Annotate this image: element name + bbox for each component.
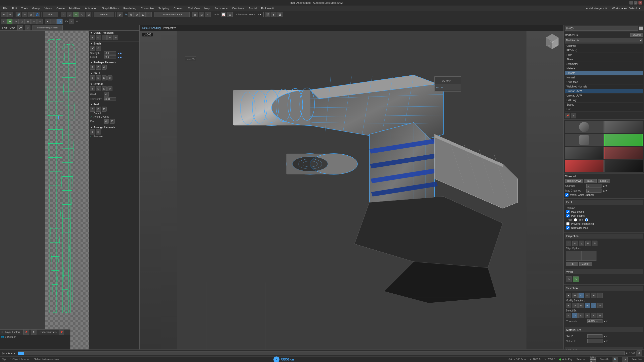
mod-chamfer[interactable]: Chamfer (565, 44, 643, 48)
mod-sweep[interactable]: Sweep (565, 103, 643, 107)
selection-sets-pin[interactable]: 📌 (59, 329, 64, 335)
normalize-check[interactable] (566, 226, 570, 230)
undo-btn[interactable]: ↶ (1, 12, 7, 17)
thumb-4-active[interactable] (604, 134, 643, 146)
mod-push[interactable]: Push (565, 53, 643, 57)
thumb-1[interactable] (565, 121, 604, 133)
select-btn[interactable]: ↖ (61, 12, 66, 17)
fit-btn[interactable]: Fit (566, 262, 578, 266)
menu-pulldowm[interactable]: Pulldownit (259, 6, 276, 10)
sel-poly[interactable]: □ (578, 293, 584, 298)
save-btn[interactable]: Save... (584, 179, 597, 183)
named-selection[interactable]: Create Selection Set (154, 12, 190, 17)
snap-toggle[interactable]: ⊙ (134, 12, 140, 17)
poly-mode[interactable]: □ (57, 19, 63, 24)
proj-btn4[interactable]: ⊞ (585, 241, 591, 246)
bend-btn[interactable]: Channel (630, 33, 643, 37)
expand-btn[interactable]: ⊡ (622, 357, 628, 362)
mod-settings[interactable]: ⚙ (571, 113, 576, 118)
set-id-input[interactable] (587, 334, 602, 338)
reshape-btn3[interactable]: ⊙ (102, 65, 107, 70)
reshape-btn1[interactable]: ⊞ (90, 65, 95, 70)
explode-header[interactable]: ▼ Explode (90, 83, 139, 85)
unlink-btn[interactable]: ✂ (22, 12, 27, 17)
wrap-btn2[interactable]: ⊙ (573, 276, 579, 282)
search-btn[interactable]: 🔍 (613, 357, 618, 362)
uv-display-btn[interactable]: UV (17, 25, 23, 31)
mod-sel-btn6[interactable]: ⊙ (597, 303, 603, 308)
sel-edge[interactable]: — (572, 293, 578, 298)
mod-symmetry[interactable]: Symmetry (565, 62, 643, 66)
wrap-header[interactable]: Wrap (565, 269, 643, 274)
close-btn[interactable]: ✕ (638, 1, 642, 5)
prevent-refl-check[interactable] (566, 222, 570, 225)
viewport-area[interactable]: [Default Shading] Perspective (140, 25, 564, 356)
bind-btn[interactable]: ⊙ (28, 12, 34, 17)
qt-btn4[interactable]: ↔ (107, 35, 112, 40)
relax-tool-btn[interactable]: ⊙ (96, 46, 101, 51)
uv-checker-pattern[interactable]: CheckerPatt: (Checker) (32, 25, 63, 31)
explode-btn1[interactable]: ⊞ (90, 86, 95, 91)
render-setup[interactable]: 🎬 (265, 12, 270, 17)
mod-pin[interactable]: 📌 (565, 113, 570, 118)
brush-falloff-input[interactable] (104, 55, 116, 59)
pin-btn2[interactable]: ⊡ (110, 119, 115, 124)
mod-material[interactable]: Material (565, 66, 643, 71)
menu-scripting[interactable]: Scripting (156, 6, 171, 10)
peel-uv-header[interactable]: ▼ Peel (90, 103, 139, 106)
stitch-header[interactable]: ▼ Stitch (90, 72, 139, 75)
sel-element[interactable]: ⊞ (591, 293, 596, 298)
mod-sel-btn5[interactable]: □ (591, 303, 596, 308)
peel-seams-check[interactable] (566, 214, 570, 217)
menu-help[interactable]: Help (202, 6, 212, 10)
select-by-btn2[interactable]: □ (572, 313, 578, 318)
user-account[interactable]: emiel sleegers ▼ (584, 6, 610, 10)
sel-extra[interactable]: + (597, 293, 603, 298)
select-by-btn6[interactable]: ⊟ (597, 313, 603, 318)
modifier-dropdown[interactable]: Modifier List (565, 38, 643, 42)
qt-btn5[interactable]: ⊟ (113, 35, 118, 40)
key-filter-btn[interactable]: Key Filters ▼ (590, 357, 596, 362)
mod-sel-btn4[interactable]: ⊠ (585, 303, 590, 308)
angle-snap[interactable]: ∠ (140, 12, 146, 17)
redo-btn[interactable]: ↷ (7, 12, 13, 17)
menu-group[interactable]: Group (30, 6, 42, 10)
peel-btn2[interactable]: ⊡ (96, 107, 101, 112)
arrange-btn1[interactable]: ⊞ (90, 129, 95, 134)
spacewarp-btn[interactable]: 🌀 (34, 12, 40, 17)
map-channel-input[interactable] (586, 189, 601, 193)
explode-btn3[interactable]: ⊟ (102, 86, 107, 91)
select-filter[interactable]: All ▼ (43, 12, 58, 17)
arrange-header[interactable]: ▼ Arrange Elements (90, 126, 139, 129)
thumb-5[interactable] (565, 147, 604, 159)
viewport-shading[interactable]: [Default Shading] (142, 27, 161, 29)
proj-btn3[interactable]: △ (579, 241, 584, 246)
menu-tools[interactable]: Tools (19, 6, 30, 10)
select-region-btn[interactable]: □ (67, 12, 72, 17)
menu-views[interactable]: Views (43, 6, 54, 10)
link-btn[interactable]: 🔗 (16, 12, 21, 17)
peel-right-header[interactable]: Peel (565, 200, 643, 205)
schematic[interactable]: ⊞ (227, 12, 233, 17)
mod-sel-btn2[interactable]: ⊡ (572, 303, 578, 308)
select-mode-btn[interactable]: ↖ (1, 19, 7, 24)
reshape-btn2[interactable]: ⊡ (96, 65, 101, 70)
layer-pin[interactable]: 📌 (23, 329, 29, 335)
stitch-btn2[interactable]: ⊡ (96, 75, 101, 80)
qt-btn1[interactable]: ⊞ (90, 35, 95, 40)
rotate-btn[interactable]: ↻ (79, 12, 85, 17)
material-ids-header[interactable]: Material IDs (565, 327, 643, 332)
thick-radio[interactable] (574, 218, 577, 221)
minimize-btn[interactable]: — (629, 1, 633, 5)
uv-canvas-area[interactable]: ▼ Quick Transform ⊞ ⊡ ↕ ↔ ⊟ ▼ Br (0, 31, 139, 350)
mod-unwrap-uvw[interactable]: Unwrap UVW (565, 89, 643, 94)
center-btn[interactable]: Center (579, 262, 592, 266)
pin-btn1[interactable]: ⊙ (104, 119, 109, 124)
mod-smooth[interactable]: Smooth (565, 71, 643, 75)
play-btn[interactable]: |◄ ◄ ▶ ► ►| (2, 352, 16, 354)
thin-radio[interactable] (585, 218, 588, 221)
brush-strength-input[interactable] (104, 51, 116, 55)
render-frame[interactable]: ▶ (271, 12, 276, 17)
percent-snap[interactable]: % (128, 12, 134, 17)
menu-rendering[interactable]: Rendering (122, 6, 138, 10)
